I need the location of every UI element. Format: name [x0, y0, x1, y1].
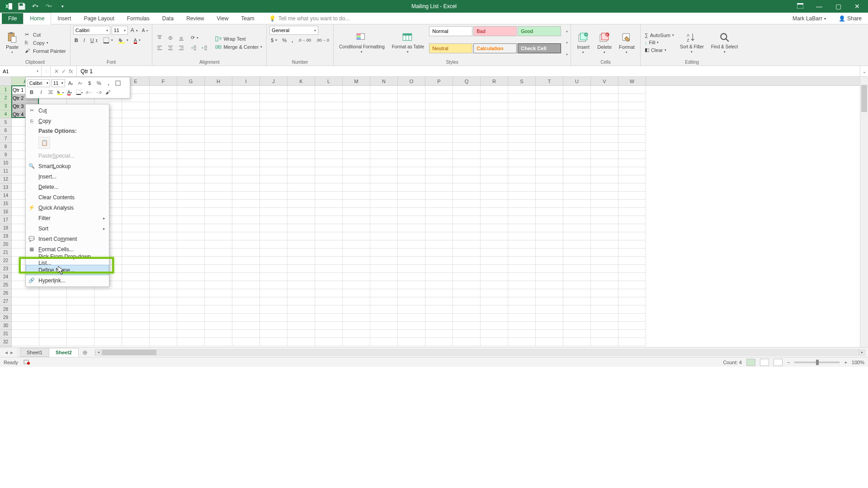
cm-cut[interactable]: Cut✂	[26, 105, 109, 116]
row-header-9[interactable]: 9	[0, 151, 11, 159]
decrease-decimal-button[interactable]: .00→.0	[315, 37, 330, 43]
vertical-scrollbar[interactable]	[860, 77, 868, 347]
insert-cells-button[interactable]: +Insert▾	[574, 26, 593, 60]
sort-filter-button[interactable]: AZSort & Filter▾	[677, 26, 707, 60]
font-color-button[interactable]: A▾	[132, 37, 142, 43]
row-header-4[interactable]: 4	[0, 110, 11, 118]
close-icon[interactable]: ✕	[852, 3, 863, 10]
increase-font-button[interactable]: A▴	[129, 26, 139, 35]
row-header-29[interactable]: 29	[0, 314, 11, 322]
border-button[interactable]: ▾	[102, 37, 114, 44]
row-header-10[interactable]: 10	[0, 159, 11, 167]
mini-font-combo[interactable]: Calibri▾	[28, 79, 50, 87]
row-header-20[interactable]: 20	[0, 240, 11, 249]
row-header-11[interactable]: 11	[0, 167, 11, 175]
fill-color-button[interactable]: ▾	[117, 37, 130, 44]
italic-button[interactable]: I	[82, 37, 86, 43]
minimize-icon[interactable]: —	[814, 3, 825, 10]
style-bad[interactable]: Bad	[473, 26, 517, 36]
col-header-F[interactable]: F	[150, 77, 177, 85]
col-header-K[interactable]: K	[288, 77, 315, 85]
cm-insert[interactable]: Insert...	[26, 171, 109, 182]
mini-comma[interactable]: ,	[104, 79, 113, 87]
col-header-S[interactable]: S	[508, 77, 536, 85]
row-header-17[interactable]: 17	[0, 216, 11, 224]
format-cells-button[interactable]: Format▾	[616, 26, 637, 60]
mini-size-combo[interactable]: 11▾	[52, 79, 65, 87]
mini-decrease-font[interactable]: A▾	[76, 79, 84, 87]
col-header-O[interactable]: O	[398, 77, 425, 85]
tab-view[interactable]: View	[211, 13, 235, 24]
mini-increase-font[interactable]: A▴	[66, 79, 75, 87]
mini-dec-decimal[interactable]: →.0	[94, 88, 102, 96]
cm-paste-special[interactable]: Paste Special...	[26, 150, 109, 161]
row-header-12[interactable]: 12	[0, 175, 11, 183]
cells-area[interactable]: Qtr 1Qtr 2Qtr 3Qtr 4	[12, 86, 860, 347]
cm-pick-from-drop-down-list[interactable]: Pick From Drop-down List...	[26, 254, 109, 265]
row-header-26[interactable]: 26	[0, 289, 11, 297]
tab-insert[interactable]: Insert	[51, 13, 77, 24]
tab-team[interactable]: Team	[235, 13, 260, 24]
undo-icon[interactable]: ↶▾	[31, 2, 40, 11]
qat-customize-icon[interactable]: ▾	[58, 2, 67, 11]
save-icon[interactable]	[17, 2, 26, 11]
cm-copy[interactable]: Copy⎘	[26, 116, 109, 126]
row-header-5[interactable]: 5	[0, 118, 11, 127]
share-button[interactable]: 👤 Share	[832, 13, 868, 24]
col-header-P[interactable]: P	[425, 77, 453, 85]
col-header-J[interactable]: J	[260, 77, 288, 85]
align-top-button[interactable]	[155, 34, 164, 42]
hscroll-right[interactable]: ▸	[859, 349, 865, 356]
spreadsheet-grid[interactable]: ABCDEFGHIJKLMNOPQRSTUVW 1234567891011121…	[0, 77, 868, 347]
format-painter-button[interactable]: 🖌Format Painter	[24, 47, 67, 55]
tab-data[interactable]: Data	[156, 13, 180, 24]
tab-home[interactable]: Home	[23, 13, 51, 24]
comma-format-button[interactable]: ,	[290, 37, 294, 43]
number-format-combo[interactable]: General▾	[269, 26, 318, 35]
sheet-nav[interactable]: ◂▸	[0, 347, 18, 357]
clear-button[interactable]: ◧Clear▾	[643, 47, 675, 53]
row-header-32[interactable]: 32	[0, 338, 11, 346]
font-size-combo[interactable]: 11▾	[112, 26, 128, 35]
view-page-break[interactable]	[774, 359, 783, 366]
cm-sort[interactable]: Sort▸	[26, 223, 109, 234]
col-header-U[interactable]: U	[563, 77, 591, 85]
horizontal-scrollbar[interactable]	[102, 349, 859, 356]
mini-italic[interactable]: I	[37, 88, 45, 96]
autosum-button[interactable]: ∑AutoSum▾	[643, 32, 675, 38]
mini-align[interactable]	[47, 88, 55, 96]
delete-cells-button[interactable]: ×Delete▾	[594, 26, 614, 60]
redo-icon[interactable]: ↷▾	[44, 2, 53, 11]
row-header-27[interactable]: 27	[0, 297, 11, 305]
row-header-30[interactable]: 30	[0, 322, 11, 330]
mini-format-painter[interactable]: 🖌	[104, 88, 112, 96]
cut-button[interactable]: ✂Cut	[24, 31, 67, 38]
percent-format-button[interactable]: %	[281, 37, 288, 43]
zoom-in[interactable]: +	[844, 360, 847, 365]
cell-styles-gallery[interactable]: NormalBadGoodNeutralCalculationCheck Cel…	[429, 26, 564, 60]
styles-scroll-down[interactable]: ▾	[566, 41, 568, 45]
style-calculation[interactable]: Calculation	[473, 43, 517, 53]
align-right-button[interactable]	[177, 44, 186, 52]
col-header-H[interactable]: H	[205, 77, 232, 85]
style-check-cell[interactable]: Check Cell	[518, 43, 561, 53]
row-header-8[interactable]: 8	[0, 143, 11, 151]
row-header-25[interactable]: 25	[0, 281, 11, 289]
zoom-level[interactable]: 100%	[852, 360, 864, 365]
decrease-font-button[interactable]: A▾	[141, 26, 150, 35]
underline-button[interactable]: U▾	[89, 37, 99, 43]
maximize-icon[interactable]: ▢	[833, 3, 844, 10]
styles-more[interactable]: ▾	[566, 52, 568, 56]
row-header-14[interactable]: 14	[0, 192, 11, 200]
decrease-indent-button[interactable]	[189, 44, 198, 52]
row-header-15[interactable]: 15	[0, 200, 11, 208]
cm-filter[interactable]: Filter▸	[26, 213, 109, 223]
col-header-N[interactable]: N	[370, 77, 398, 85]
mini-bold[interactable]: B	[28, 88, 36, 96]
merge-center-button[interactable]: Merge & Center▾	[214, 43, 264, 51]
row-header-16[interactable]: 16	[0, 208, 11, 216]
enter-formula-icon[interactable]: ✓	[61, 68, 66, 75]
mini-accounting[interactable]: $	[85, 79, 94, 87]
increase-decimal-button[interactable]: .0→.00	[297, 37, 312, 43]
col-header-I[interactable]: I	[232, 77, 260, 85]
